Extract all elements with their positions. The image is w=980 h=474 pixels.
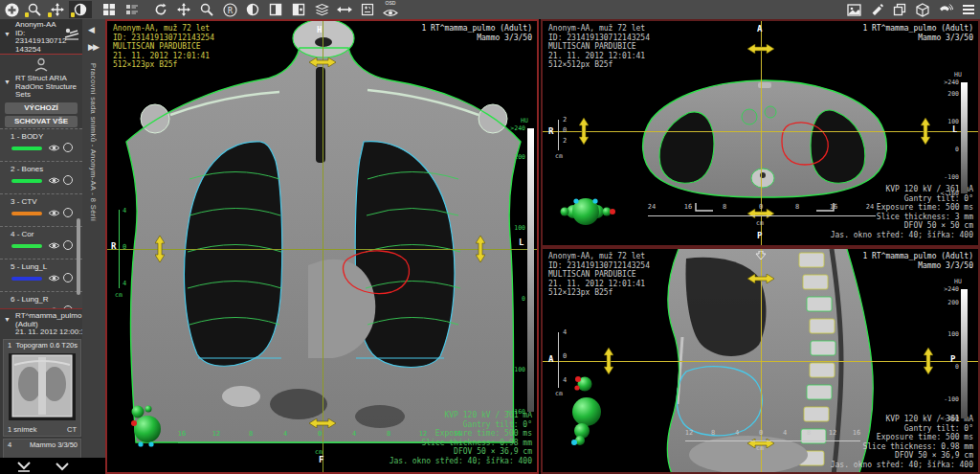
- hu-tick-label: 0: [502, 295, 525, 303]
- scroll-stack-button[interactable]: [333, 1, 356, 18]
- viewport-axial[interactable]: Anonym-AA, muž 72 let ID: 23141913071214…: [541, 19, 980, 247]
- collapse-caret-icon[interactable]: ▼: [4, 31, 11, 37]
- reset-refresh-button[interactable]: [149, 1, 172, 18]
- structure-row[interactable]: 4 - Cor: [0, 226, 82, 259]
- person-icon: [33, 57, 49, 72]
- structset-caret-icon[interactable]: ▼: [4, 79, 11, 85]
- ruler-tick-label: 8: [387, 430, 390, 438]
- series-thumbnail[interactable]: 4 Mammo 3/3/50: [3, 439, 81, 460]
- crosshair-handle-icon[interactable]: [476, 236, 485, 262]
- pan-button[interactable]: [172, 1, 195, 18]
- ruler-tick-label: 12: [829, 429, 836, 437]
- crosshair-handle-icon[interactable]: [924, 348, 933, 374]
- thumb-title: Mammo 3/3/50: [30, 440, 78, 451]
- hu-tick-label: 100: [936, 330, 959, 338]
- ruler-tick-label: 8: [795, 203, 799, 211]
- thumb-modality: CT: [67, 424, 77, 435]
- patient-header[interactable]: ▼ Anonym-AA ID: 231419130712 143254: [0, 19, 82, 55]
- crosshair-handle-icon[interactable]: [579, 118, 589, 145]
- menu-button[interactable]: [957, 1, 980, 18]
- thumb-index: 4: [8, 440, 11, 451]
- layout-grid-button[interactable]: [98, 1, 121, 18]
- window-box-button[interactable]: [264, 1, 287, 18]
- rotate-r-button[interactable]: R: [218, 1, 241, 18]
- hu-tick-label: 100: [936, 118, 959, 125]
- series-caret-icon[interactable]: ▼: [4, 316, 11, 323]
- ruler-horizontal: [648, 215, 876, 216]
- crosshair-handle-icon[interactable]: [604, 348, 613, 374]
- fill-toggle-icon[interactable]: [63, 175, 73, 185]
- visibility-eye-icon[interactable]: [48, 176, 60, 185]
- hu-tick-label: <-160: [936, 415, 959, 422]
- tech-info-overlay: KVP 120 kV / 361 mA Gantry tilt: 0° Expo…: [831, 415, 973, 469]
- structure-row[interactable]: 6 - Lung_R: [0, 291, 82, 308]
- coronal-ct-image: [107, 21, 539, 474]
- expand-panel-icon[interactable]: ▶▶: [88, 42, 98, 52]
- add-tool-button[interactable]: [0, 1, 23, 18]
- visibility-eye-icon[interactable]: [48, 241, 60, 250]
- copy-series-button[interactable]: [888, 1, 911, 18]
- view-3d-cube-button[interactable]: [911, 1, 934, 18]
- structure-row[interactable]: 2 - Bones: [0, 161, 82, 193]
- window-box-2-button[interactable]: [287, 1, 310, 18]
- crosshair-handle-icon[interactable]: [921, 118, 930, 145]
- structure-row[interactable]: 5 - Lung_L: [0, 259, 82, 291]
- hu-tick-label: <-160: [502, 408, 525, 416]
- crosshair-handle-icon[interactable]: [309, 418, 336, 428]
- structure-color-bar: [11, 277, 42, 281]
- fill-toggle-icon[interactable]: [63, 208, 73, 217]
- thumb-count: 1 snímek: [8, 424, 36, 435]
- ruler-tick-label: 12: [212, 430, 220, 438]
- ruler-horizontal: [685, 440, 860, 441]
- window-level-tool-button[interactable]: [69, 1, 92, 18]
- measure-pencil-button[interactable]: [865, 1, 888, 18]
- export-image-button[interactable]: [842, 1, 865, 18]
- viewport-coronal[interactable]: Anonym-AA, muž 72 let ID: 23141913071214…: [105, 19, 539, 474]
- orientation-doll: [124, 402, 167, 448]
- structure-row[interactable]: 1 - BODY: [0, 128, 82, 161]
- visibility-eye-icon[interactable]: [48, 274, 60, 282]
- viewport-sagittal[interactable]: Anonym-AA, muž 72 let ID: 23141913071214…: [541, 247, 980, 474]
- fill-toggle-icon[interactable]: [63, 143, 73, 152]
- series-thumbnail[interactable]: 1 Topogram 0.6 T20s 1 snímek CT: [3, 339, 81, 437]
- visibility-eye-icon[interactable]: [48, 144, 60, 152]
- worklist-rail: ◀ ▶▶ Pracovní sada snímků - Anonym-AA - …: [82, 19, 105, 458]
- hu-tick-label: -100: [936, 173, 959, 181]
- ruler-vertical: [119, 210, 120, 288]
- ruler-vertical: [558, 120, 559, 150]
- crosshair-handle-icon[interactable]: [309, 57, 336, 67]
- separator: [0, 308, 82, 309]
- zoom-button[interactable]: [195, 1, 218, 18]
- visibility-eye-icon[interactable]: [48, 209, 60, 217]
- structure-label: 5 - Lung_L: [11, 262, 47, 271]
- default-button[interactable]: VÝCHOZÍ: [5, 102, 78, 114]
- crosshair-handle-icon[interactable]: [747, 274, 774, 283]
- fill-toggle-icon[interactable]: [63, 240, 73, 250]
- hu-grayscale-bar: [527, 128, 534, 412]
- fill-toggle-icon[interactable]: [63, 273, 73, 282]
- svg-text:R: R: [227, 6, 233, 14]
- zoom-tool-button[interactable]: [23, 1, 46, 18]
- structure-list-scrollbar[interactable]: [77, 218, 80, 295]
- layers-button[interactable]: [310, 1, 333, 18]
- crosshair-handle-icon[interactable]: [155, 236, 165, 262]
- ruler-tick-label: 16: [830, 203, 837, 211]
- invert-contrast-button[interactable]: [241, 1, 264, 18]
- patient-summary: Anonym-AA ID: 231419130712 143254: [15, 21, 66, 54]
- osd-toggle-button[interactable]: OSD: [379, 1, 402, 18]
- scroll-arrow-icon[interactable]: [755, 251, 767, 260]
- chevron-down-icon[interactable]: [54, 462, 71, 473]
- collapse-all-icon[interactable]: [15, 462, 33, 473]
- call-button[interactable]: [934, 1, 957, 18]
- ruler-unit: cm: [756, 444, 764, 452]
- collapse-panel-icon[interactable]: ◀: [88, 25, 95, 34]
- ruler-unit: cm: [555, 390, 563, 397]
- tech-info-overlay: KVP 120 kV / 361 mA Gantry tilt: 0° Expo…: [390, 411, 532, 465]
- window-values-button[interactable]: [356, 1, 379, 18]
- pan-tool-button[interactable]: [46, 1, 69, 18]
- hide-all-button[interactable]: SCHOVAT VŠE: [5, 116, 78, 127]
- layout-series-button[interactable]: [121, 1, 144, 18]
- crosshair-handle-icon[interactable]: [747, 44, 774, 54]
- structure-row[interactable]: 3 - CTV: [0, 193, 82, 226]
- person-row: [0, 56, 82, 73]
